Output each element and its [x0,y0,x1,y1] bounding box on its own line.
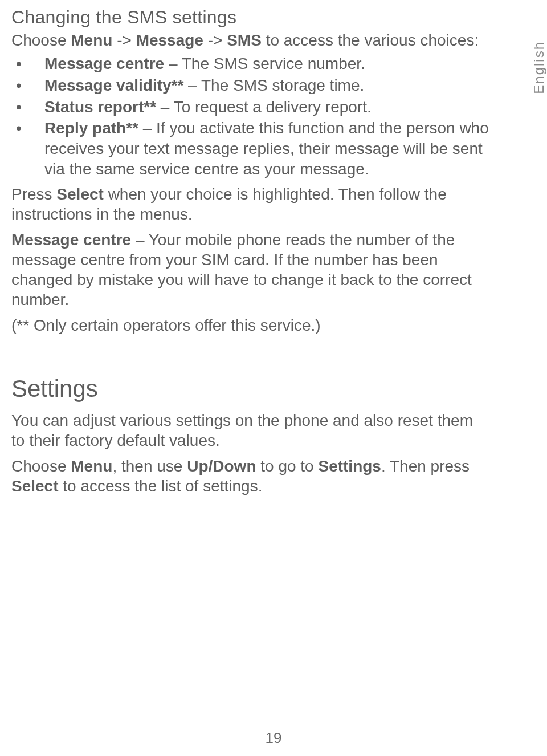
menu-label: Menu [71,457,112,475]
text: -> [112,31,136,49]
select-label: Select [11,477,59,495]
text: to go to [256,457,318,475]
menu-label: Menu [71,31,112,49]
select-label: Select [56,185,104,203]
list-item: Status report** – To request a delivery … [11,97,490,117]
settings-heading: Settings [11,375,524,403]
option-desc: – The SMS service number. [164,55,365,72]
settings-intro: You can adjust various settings on the p… [11,410,490,450]
option-name: Status report** [44,98,156,116]
text: to access the various choices: [262,31,479,49]
text: Choose [11,31,71,49]
text: , then use [112,457,187,475]
sms-label: SMS [227,31,262,49]
operator-footnote: (** Only certain operators offer this se… [11,315,490,335]
settings-navigation: Choose Menu, then use Up/Down to go to S… [11,456,490,496]
option-desc: – To request a delivery report. [156,98,372,116]
text: . Then press [381,457,470,475]
page-number: 19 [0,729,547,747]
settings-label: Settings [318,457,381,475]
option-name: Message validity** [44,76,183,94]
list-item: Message centre – The SMS service number. [11,54,490,74]
option-desc: – The SMS storage time. [183,76,364,94]
language-label: English [531,41,547,94]
option-name: Reply path** [44,119,138,137]
option-name: Message centre [44,55,164,72]
updown-label: Up/Down [187,457,256,475]
text: Press [11,185,56,203]
sms-options-list: Message centre – The SMS service number.… [11,54,490,180]
text: Choose [11,457,71,475]
list-item: Message validity** – The SMS storage tim… [11,75,490,96]
message-centre-label: Message centre [11,231,131,249]
press-select-instruction: Press Select when your choice is highlig… [11,184,490,224]
page-content: Changing the SMS settings Choose Menu ->… [0,7,547,496]
list-item: Reply path** – If you activate this func… [11,118,490,179]
message-label: Message [136,31,203,49]
text: -> [203,31,227,49]
message-centre-note: Message centre – Your mobile phone reads… [11,230,490,310]
sms-intro: Choose Menu -> Message -> SMS to access … [11,30,490,50]
sms-settings-heading: Changing the SMS settings [11,7,524,28]
text: to access the list of settings. [59,477,263,495]
